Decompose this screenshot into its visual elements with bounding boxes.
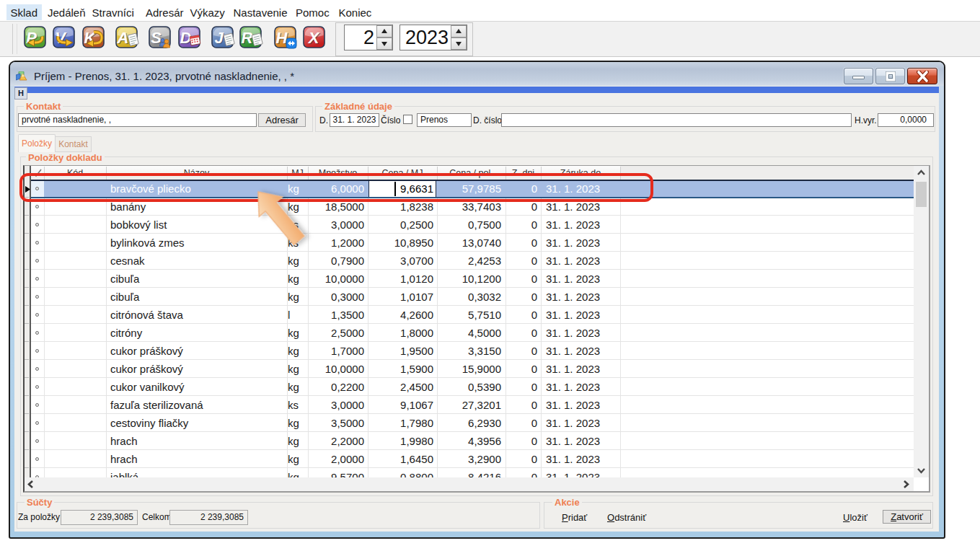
svg-text:R: R <box>242 29 253 47</box>
svg-text:X: X <box>307 29 320 47</box>
svg-text:J: J <box>214 29 224 47</box>
svg-text:A: A <box>117 29 129 47</box>
